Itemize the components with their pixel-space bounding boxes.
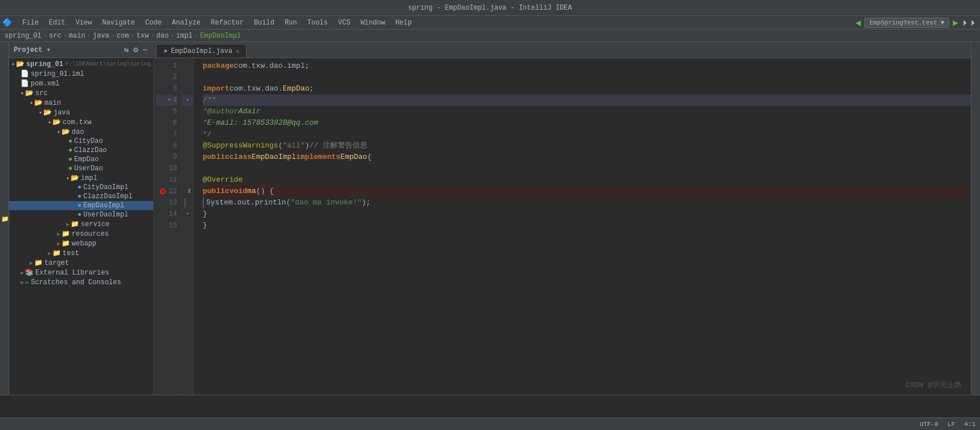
tree-item-test[interactable]: ▶ 📁 test	[9, 248, 153, 258]
folder-icon-src: 📂	[25, 89, 34, 97]
breakpoint-indicator[interactable]	[160, 189, 166, 194]
breadcrumb-bar: spring_01 › src › main › java › com › tx…	[0, 30, 980, 42]
breadcrumb-empdaoimpl[interactable]: EmpDaoImpl	[200, 32, 241, 40]
menu-tools[interactable]: Tools	[303, 18, 333, 28]
tree-item-spring01[interactable]: ▾ 📂 spring_01 F:\IDEAWork\spring\spring_…	[9, 59, 153, 69]
ln-9: 9	[173, 151, 177, 163]
tree-label-main: main	[44, 99, 61, 107]
gutter-fold-12[interactable]: ⊻	[187, 186, 191, 197]
editor-tab-empdaoimpl[interactable]: ● EmpDaoImpl.java ✕	[156, 44, 247, 58]
tree-label-target: target	[44, 259, 69, 267]
code-container[interactable]: 1 2 3 ▾ 4 5 6 7 8 9 10 11 12 13 14	[154, 58, 971, 395]
tree-item-main[interactable]: ▾ 📂 main	[9, 98, 153, 108]
tree-item-resources[interactable]: ▶ 📁 resources	[9, 229, 153, 239]
breadcrumb-impl[interactable]: impl	[176, 32, 192, 40]
breadcrumb: spring_01 › src › main › java › com › tx…	[5, 32, 241, 40]
menu-view[interactable]: View	[71, 18, 97, 28]
breadcrumb-dao[interactable]: dao	[156, 32, 169, 40]
tree-item-clazzdaoimpl[interactable]: ● ClazzDaoImpl	[9, 192, 153, 201]
tree-item-service[interactable]: ▶ 📁 service	[9, 219, 153, 229]
gutter-12[interactable]: ▸ ⊻	[182, 186, 193, 197]
code-editor[interactable]: package com.txw.dao.impl; import com.txw…	[194, 58, 971, 395]
gutter-3	[182, 83, 193, 95]
tab-close-button[interactable]: ✕	[236, 48, 239, 55]
gutter-14[interactable]: ▾	[182, 208, 193, 220]
gutter-1	[182, 60, 193, 72]
tree-label-empdaoimpl: EmpDaoImpl	[83, 202, 124, 210]
panel-icon-layout[interactable]: ⇆	[123, 44, 130, 55]
tree-label-clazzdaoimpl: ClazzDaoImpl	[83, 193, 132, 200]
run-icon[interactable]: ▶	[953, 17, 958, 28]
tree-label-citydaoimpl: CityDaoImpl	[83, 183, 128, 191]
tree-item-citydao[interactable]: ● CityDao	[9, 137, 153, 146]
menu-analyze[interactable]: Analyze	[167, 18, 205, 28]
tree-item-impl[interactable]: ▾ 📂 impl	[9, 173, 153, 183]
tree-item-userdaoimpl[interactable]: ● UserDaoImpl	[9, 210, 153, 219]
gutter-line-13	[184, 198, 186, 207]
gutter-7	[182, 129, 193, 140]
tree-item-userdao[interactable]: ● UserDao	[9, 164, 153, 173]
menu-window[interactable]: Window	[356, 18, 389, 28]
code-line-2	[203, 72, 971, 83]
project-tree: ▾ 📂 spring_01 F:\IDEAWork\spring\spring_…	[9, 58, 153, 395]
tree-label-test: test	[63, 249, 79, 257]
xml-icon: 📄	[20, 79, 29, 88]
ln-7: 7	[173, 129, 177, 140]
tree-item-iml[interactable]: 📄 spring_01.iml	[9, 69, 153, 79]
title-bar: spring - EmpDaoImpl.java - IntelliJ IDEA	[0, 0, 980, 16]
gutter-11	[182, 174, 193, 186]
menu-run[interactable]: Run	[280, 18, 302, 28]
run-config-dropdown[interactable]: EmpSpringTest.test ▼	[864, 18, 949, 28]
menu-code[interactable]: Code	[141, 18, 166, 28]
menu-refactor[interactable]: Refactor	[206, 18, 248, 28]
tree-item-src[interactable]: ▾ 📂 src	[9, 88, 153, 98]
menu-build[interactable]: Build	[249, 18, 279, 28]
gutter-markers: ▾ ▸ ⊻ ▾	[182, 58, 194, 395]
breadcrumb-java[interactable]: java	[93, 32, 109, 40]
code-line-11: @Override	[203, 174, 971, 186]
breadcrumb-txw[interactable]: txw	[137, 32, 149, 40]
java-icon-userdaoimpl: ●	[77, 211, 81, 219]
breadcrumb-spring01[interactable]: spring_01	[5, 32, 42, 40]
tree-item-clazzdao[interactable]: ● ClazzDao	[9, 146, 153, 155]
tree-label-userdaoimpl: UserDaoImpl	[83, 211, 128, 219]
panel-icon-minimize[interactable]: —	[142, 44, 149, 55]
breadcrumb-main[interactable]: main	[69, 32, 85, 40]
java-icon-userdao: ●	[68, 165, 72, 173]
code-line-15: }	[203, 220, 971, 231]
tree-item-pom[interactable]: 📄 pom.xml	[9, 79, 153, 88]
tree-item-ext-libs[interactable]: ▶ 📚 External Libraries	[9, 268, 153, 277]
nav-back-icon[interactable]: ◀	[855, 17, 861, 28]
tree-item-empdao[interactable]: ● EmpDao	[9, 155, 153, 164]
menu-file[interactable]: File	[18, 18, 43, 28]
tree-item-empdaoimpl[interactable]: ● EmpDaoImpl	[9, 201, 153, 210]
tree-label-userdao: UserDao	[74, 165, 102, 173]
ln-10: 10	[169, 163, 177, 174]
menu-vcs[interactable]: VCS	[334, 18, 355, 28]
java-icon-clazzdaoimpl: ●	[77, 193, 81, 200]
nav-forward-icon[interactable]: ⏵⏵	[962, 18, 978, 27]
tree-item-webapp[interactable]: ▶ 📁 webapp	[9, 239, 153, 248]
ln-1: 1	[173, 60, 177, 72]
panel-icon-settings[interactable]: ⚙	[132, 44, 139, 55]
folder-icon-service: 📁	[71, 220, 79, 228]
tree-item-citydaoimpl[interactable]: ● CityDaoImpl	[9, 183, 153, 192]
menu-edit[interactable]: Edit	[44, 18, 70, 28]
java-icon-clazzdao: ●	[68, 146, 72, 154]
tree-item-comtxw[interactable]: ▾ 📂 com.txw	[9, 117, 153, 127]
tree-item-scratches[interactable]: ▶ ✏ Scratches and Consoles	[9, 277, 153, 287]
breadcrumb-com[interactable]: com	[117, 32, 129, 40]
fold-arrow-14[interactable]: ▾	[186, 208, 189, 220]
code-line-8: @SuppressWarnings("all") // 注解警告信息	[203, 140, 971, 151]
ln-12: 12	[169, 186, 177, 197]
fold-arrow-4[interactable]: ▾	[186, 95, 189, 106]
breadcrumb-src[interactable]: src	[49, 32, 61, 40]
menu-help[interactable]: Help	[391, 18, 416, 28]
gutter-4[interactable]: ▾	[182, 95, 193, 106]
ln-fold-icon[interactable]: ▾	[167, 95, 170, 106]
project-icon[interactable]: 📁	[1, 215, 9, 222]
tree-item-target[interactable]: ▶ 📁 target	[9, 258, 153, 268]
menu-navigate[interactable]: Navigate	[97, 18, 140, 28]
tree-item-java[interactable]: ▾ 📂 java	[9, 108, 153, 117]
tree-item-dao[interactable]: ▾ 📂 dao	[9, 127, 153, 137]
